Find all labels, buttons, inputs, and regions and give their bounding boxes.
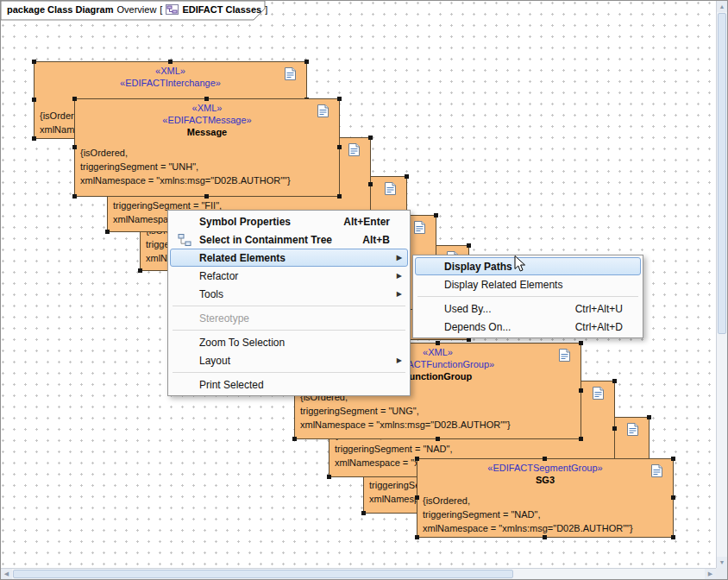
documentation-icon [385,182,396,195]
class-content: «EDIFACTSegmentGroup» SG3 {isOrdered,tri… [417,459,673,537]
selection-handle[interactable] [32,98,36,102]
menu-item-label: Depends On... [444,321,556,333]
documentation-icon [285,67,296,80]
scroll-down-icon[interactable]: ▼ [717,557,727,568]
selection-handle[interactable] [204,97,209,101]
class-property-line: {isOrdered, [423,494,673,508]
selection-handle[interactable] [72,145,77,149]
selection-handle[interactable] [467,243,471,248]
selection-handle[interactable] [543,457,547,461]
selection-handle[interactable] [405,174,409,179]
selection-handle[interactable] [337,97,342,101]
selection-handle[interactable] [337,194,342,199]
selection-handle[interactable] [72,194,77,199]
selection-handle[interactable] [368,136,373,140]
menu-item-label: Related Elements [199,252,390,264]
stereotype-section: «XML»«EDIFACTInterchange» [35,65,306,89]
menu-shortcut: Alt+Enter [343,216,390,228]
menu-separator [417,296,638,297]
selection-handle[interactable] [543,535,547,539]
selection-handle[interactable] [671,495,675,500]
horizontal-scrollbar: ◀ ▶ [1,568,716,579]
class-property-line: {isOrdered, [80,146,339,160]
menu-item-print-selected[interactable]: Print Selected [170,375,408,394]
stereotype-label: «EDIFACTSegmentGroup» [417,462,673,474]
menu-item-label: Refactor [199,270,390,282]
menu-item-tools[interactable]: Tools▶ [170,285,408,303]
class-property-line: xmlNamespace = "xmlns:msg="D02B.AUTHOR""… [80,173,339,187]
menu-item-label: Layout [199,355,390,367]
selection-handle[interactable] [612,379,617,383]
selection-handle[interactable] [415,495,419,500]
documentation-icon [317,104,329,117]
selection-handle[interactable] [415,535,419,539]
selection-handle[interactable] [32,60,36,64]
selection-handle[interactable] [32,136,36,141]
selection-handle[interactable] [72,97,77,101]
class-property-line: triggeringSegment = "NAD", [335,442,614,456]
menu-separator [173,372,405,373]
menu-item-symbol-properties[interactable]: Symbol PropertiesAlt+Enter [170,212,408,230]
selection-handle[interactable] [436,341,440,345]
selection-handle[interactable] [327,475,331,479]
scroll-up-icon[interactable]: ▲ [717,1,727,12]
menu-item-label: Print Selected [199,379,390,391]
uml-class-box[interactable]: «EDIFACTSegmentGroup» SG3 {isOrdered,tri… [417,458,674,538]
selection-handle[interactable] [647,415,651,419]
class-property-line: xmlNamespace = "xmlns:msg="D02B.AUTHOR""… [300,418,581,432]
selection-handle[interactable] [168,60,173,64]
selection-handle[interactable] [361,511,366,515]
submenu-arrow-icon: ▶ [397,352,402,369]
menu-item-display-related-elements[interactable]: Display Related Elements [415,275,641,293]
menu-item-display-paths[interactable]: Display Paths [415,257,641,275]
documentation-icon [414,221,425,234]
documentation-icon [559,349,570,362]
selection-handle[interactable] [671,535,675,539]
menu-item-used-by[interactable]: Used By...Ctrl+Alt+U [415,299,641,318]
selection-handle[interactable] [434,213,438,218]
menu-item-refactor[interactable]: Refactor▶ [170,267,408,285]
menu-separator [173,330,405,331]
diagram-editor-window: {isOrdered,triggeringSegment =xmlNamespa… [0,0,728,580]
menu-item-label: Tools [199,288,390,300]
selection-handle[interactable] [204,194,209,199]
selection-handle[interactable] [579,388,583,393]
scrollbar-corner [716,568,727,579]
package-name-label: Overview [117,4,157,15]
context-menu: Symbol PropertiesAlt+EnterSelect in Cont… [167,210,411,396]
selection-handle[interactable] [579,341,583,345]
selection-handle[interactable] [368,182,373,186]
stereotype-section: «XML»«EDIFACTMessage» [75,102,339,126]
selection-handle[interactable] [415,457,419,461]
selection-handle[interactable] [579,437,583,441]
selection-handle[interactable] [105,230,110,234]
vertical-scrollbar-thumb[interactable] [718,13,726,334]
menu-item-related-elements[interactable]: Related Elements▶ [170,249,408,267]
menu-item-stereotype: Stereotype [170,309,408,327]
selection-handle[interactable] [612,426,617,431]
class-content: «XML»«EDIFACTMessage» Message {isOrdered… [75,99,339,196]
menu-item-zoom-to-selection[interactable]: Zoom To Selection [170,333,408,351]
scroll-left-icon[interactable]: ◀ [1,569,12,579]
horizontal-scrollbar-thumb[interactable] [13,570,513,578]
uml-class-box[interactable]: «XML»«EDIFACTMessage» Message {isOrdered… [74,98,340,197]
scroll-right-icon[interactable]: ▶ [705,569,716,579]
menu-item-label: Used By... [444,303,556,315]
selection-handle[interactable] [292,437,297,441]
class-name-label: SG3 [417,474,673,487]
selection-handle[interactable] [671,457,675,461]
selection-handle[interactable] [436,437,440,441]
stereotype-label: «EDIFACTInterchange» [35,77,306,89]
class-properties: {isOrdered,triggeringSegment = "UNH",xml… [75,146,339,187]
selection-handle[interactable] [337,145,342,149]
selection-handle[interactable] [138,268,142,273]
submenu-arrow-icon: ▶ [397,286,402,302]
menu-item-layout[interactable]: Layout▶ [170,351,408,369]
diagram-frame-label: package Class Diagram Overview [ EDIFACT… [7,4,267,15]
containment-tree-icon [178,233,191,247]
class-name-label: Message [75,126,339,139]
menu-item-select-in-containment-tree[interactable]: Select in Containment TreeAlt+B [170,230,408,249]
menu-item-depends-on[interactable]: Depends On...Ctrl+Alt+D [415,318,641,336]
menu-item-label: Display Related Elements [444,279,623,291]
selection-handle[interactable] [304,60,309,64]
